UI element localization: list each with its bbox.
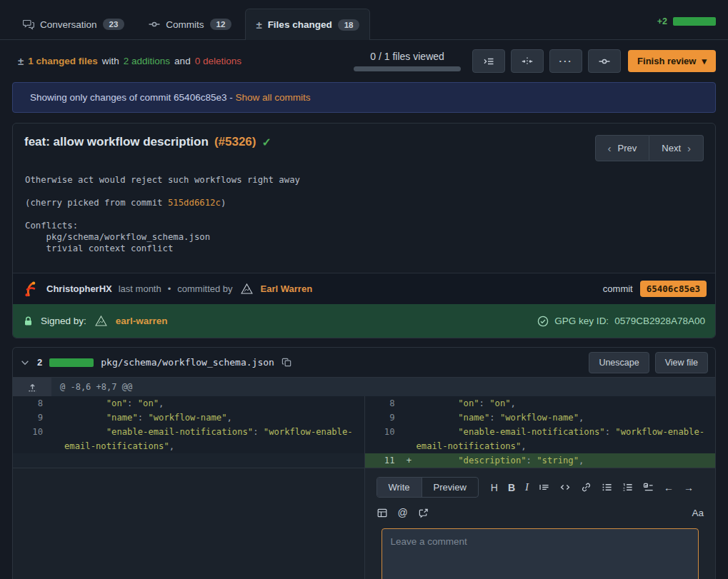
commit-sha-badge[interactable]: 65406c85e3 <box>640 281 707 297</box>
left-line-number[interactable]: 9 <box>13 411 50 425</box>
code-icon[interactable] <box>559 482 571 493</box>
commit-title: feat: allow workflow description (#5326)… <box>24 135 271 149</box>
tab-conversation[interactable]: Conversation 23 <box>12 9 135 39</box>
hunk-header-row: @ -8,6 +8,7 @@ <box>13 377 715 396</box>
right-code-line: "on": "on", <box>417 396 716 411</box>
signed-commit-row: Signed by: earl-warren GPG key ID: 0579C… <box>13 304 715 338</box>
file-name[interactable]: pkg/schema/workflow_schema.json <box>101 357 274 368</box>
signer-name-link[interactable]: earl-warren <box>116 316 168 326</box>
italic-icon[interactable]: I <box>525 481 529 493</box>
chevron-right-icon: › <box>687 142 691 154</box>
prev-commit-button[interactable]: ‹ Prev <box>595 135 650 161</box>
unescape-button[interactable]: Unescape <box>589 352 649 373</box>
reference-icon[interactable] <box>418 508 429 518</box>
preview-tab[interactable]: Preview <box>422 478 478 497</box>
text-size-icon[interactable]: Aa <box>692 508 704 518</box>
right-line-number[interactable]: 8 <box>365 396 402 411</box>
bullet-list-icon[interactable] <box>602 482 612 493</box>
next-commit-button[interactable]: Next › <box>649 135 704 161</box>
diff-row: 9 "name": "workflow-name", 9 "name": "wo… <box>13 411 715 425</box>
gpg-key-label: GPG key ID: <box>554 316 609 326</box>
diff-stat-bar <box>673 17 716 26</box>
diff-toolbar: ··· <box>472 49 621 73</box>
bold-icon[interactable]: B <box>508 482 515 493</box>
gpg-key-info: GPG key ID: 0579CB2928A78A00 <box>537 316 705 327</box>
tab-files-changed[interactable]: ± Files changed 18 <box>245 9 370 40</box>
changed-files-link[interactable]: 1 changed files <box>28 56 98 66</box>
left-line-number[interactable]: 10 <box>13 425 50 453</box>
editor-tabs: Write Preview <box>377 477 479 498</box>
expand-up-icon <box>27 382 38 393</box>
tab-commits[interactable]: Commits 12 <box>138 9 242 39</box>
quote-icon[interactable] <box>539 482 549 493</box>
heading-icon[interactable]: H <box>491 482 498 493</box>
empty-diff-cell <box>13 453 364 468</box>
editor-toolbar: H B I <box>491 481 694 493</box>
mention-icon[interactable]: @ <box>398 507 408 518</box>
commit-filter-banner: Showing only changes of commit 65406c85e… <box>12 82 716 113</box>
left-code-line: "name": "workflow-name", <box>64 411 364 425</box>
commit-message-line: Otherwise act would reject such workflow… <box>25 174 703 186</box>
task-list-icon[interactable] <box>643 482 654 493</box>
arrow-right-icon[interactable]: → <box>684 482 694 493</box>
file-tree-toggle-button[interactable] <box>472 49 505 73</box>
expand-hunk-button[interactable] <box>13 378 51 396</box>
banner-text: Showing only changes of commit 65406c85e… <box>30 92 233 103</box>
finish-review-button[interactable]: Finish review ▾ <box>628 50 716 72</box>
diff-options-button[interactable]: ··· <box>549 49 582 73</box>
commit-status-check-icon[interactable]: ✓ <box>261 136 271 149</box>
numbered-list-icon[interactable] <box>622 482 633 493</box>
pr-number-link[interactable]: (#5326) <box>214 135 256 149</box>
commit-detail-box: feat: allow workflow description (#5326)… <box>12 123 716 338</box>
conversation-icon <box>23 19 34 30</box>
commit-title-text: feat: allow workflow description <box>24 135 209 149</box>
ellipsis-icon: ··· <box>559 56 573 66</box>
diff-icon: ± <box>256 19 261 31</box>
left-line-number[interactable]: 8 <box>13 396 50 411</box>
tab-commits-label: Commits <box>166 19 204 30</box>
verified-icon <box>537 316 549 327</box>
files-viewed: 0 / 1 files viewed <box>354 51 461 71</box>
commit-message-cherry-line: (cherry picked from commit 515dd6612c) <box>25 197 703 208</box>
copy-file-path-icon[interactable] <box>281 357 292 368</box>
right-line-number[interactable]: 11 <box>365 453 402 468</box>
commit-time: last month <box>119 283 161 294</box>
arrow-left-icon[interactable]: ← <box>664 482 674 493</box>
signed-by-label: Signed by: <box>41 316 86 326</box>
commit-label: commit <box>603 283 633 294</box>
right-code-line: "enable-email-notifications": "workflow-… <box>417 425 716 453</box>
comment-input[interactable] <box>382 528 699 579</box>
author-name-link[interactable]: ChristopherHX <box>46 283 112 294</box>
diff-view-mode-button[interactable] <box>511 49 544 73</box>
diff-icon-small: ± <box>18 55 24 67</box>
link-icon[interactable] <box>581 482 592 493</box>
prev-label: Prev <box>618 143 637 153</box>
commit-message-conflicts: Conflicts: <box>25 220 703 231</box>
collapse-file-chevron-icon[interactable] <box>20 358 30 368</box>
author-avatar[interactable] <box>21 280 40 298</box>
commit-select-button[interactable] <box>588 49 621 73</box>
left-code-line: "enable-email-notifications": "workflow-… <box>64 425 364 453</box>
diff-row-added: 11 + "description": "string", <box>13 453 715 468</box>
commit-author-row: ChristopherHX last month • committed by … <box>13 273 715 304</box>
committer-name-link[interactable]: Earl Warren <box>261 283 313 294</box>
deletions-text: 0 deletions <box>195 56 241 66</box>
inline-comment-row: Write Preview H B I <box>13 468 715 579</box>
write-tab[interactable]: Write <box>377 478 422 497</box>
inline-comment-form: Write Preview H B I <box>364 468 716 579</box>
caret-down-icon: ▾ <box>702 56 707 66</box>
editor-toolbar-row2: @ Aa <box>377 507 704 518</box>
split-diff: 8 "on": "on", 8 "on": "on", 9 "name": "w… <box>13 396 715 468</box>
right-line-number[interactable]: 9 <box>365 411 402 425</box>
table-icon[interactable] <box>377 508 388 518</box>
committer-avatar[interactable] <box>239 281 254 296</box>
view-file-button[interactable]: View file <box>655 352 708 373</box>
file-diff-stat-bar <box>49 358 94 367</box>
signer-avatar[interactable] <box>94 313 109 328</box>
inline-comment-left-spacer <box>13 468 364 579</box>
right-line-number[interactable]: 10 <box>365 425 402 453</box>
cherry-picked-commit-link[interactable]: 515dd6612c <box>168 198 221 208</box>
diff-file-box: 2 pkg/schema/workflow_schema.json Unesca… <box>12 347 716 579</box>
chevron-left-icon: ‹ <box>608 142 612 154</box>
show-all-commits-link[interactable]: Show all commits <box>235 92 310 103</box>
